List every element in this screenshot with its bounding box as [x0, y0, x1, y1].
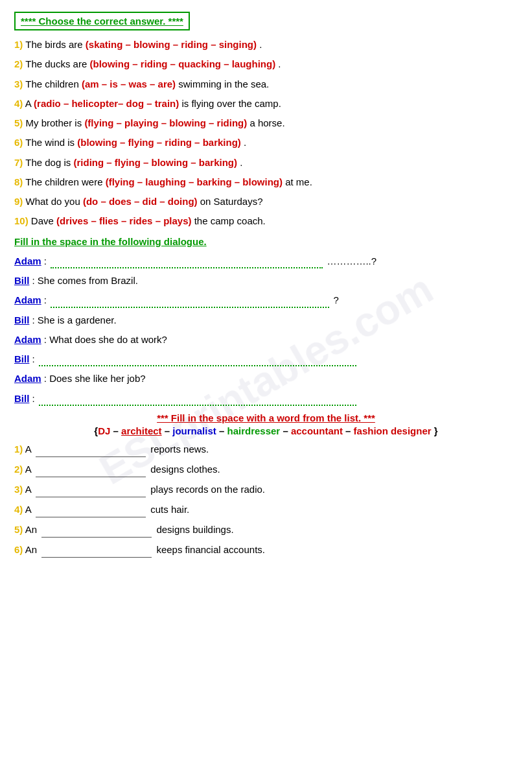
mcq-item-8: 8) The children were (flying – laughing … [14, 174, 518, 189]
choices-3: (am – is – was – are) [82, 78, 176, 89]
mcq-item-4: 4) A (radio – helicopter– dog – train) i… [14, 96, 518, 111]
num-9: 9) [14, 196, 23, 207]
text-1: The birds are [25, 39, 86, 50]
fill-title: *** Fill in the space with a word from t… [14, 412, 518, 423]
dialogue-adam-2: Adam : ? [14, 292, 518, 307]
num-2: 2) [14, 58, 23, 69]
fill-input-6[interactable] [41, 557, 152, 558]
mcq-section: 1) The birds are (skating – blowing – ri… [14, 37, 518, 229]
num-8: 8) [14, 176, 23, 187]
mcq-item-9: 9) What do you (do – does – did – doing)… [14, 194, 518, 209]
text-5: My brother is [26, 117, 85, 128]
text-7: The dog is [25, 157, 73, 168]
mcq-item-10: 10) Dave (drives – flies – rides – plays… [14, 213, 518, 228]
choices-7: (riding – flying – blowing – barking) [73, 157, 237, 168]
dialogue-adam-1: Adam : …………..? [14, 254, 518, 268]
text-6: The wind is [25, 137, 77, 148]
fill-item-1: 1) A reports news. [14, 442, 518, 457]
fill-input-5[interactable] [41, 537, 152, 538]
mcq-item-1: 1) The birds are (skating – blowing – ri… [14, 37, 518, 52]
bill-input-1[interactable] [39, 365, 356, 366]
choices-10: (drives – flies – rides – plays) [56, 215, 191, 226]
adam-input-1[interactable] [51, 267, 323, 268]
mcq-item-3: 3) The children (am – is – was – are) sw… [14, 77, 518, 91]
fill-item-2: 2) A designs clothes. [14, 462, 518, 477]
text-10: Dave [31, 215, 56, 226]
dialogue-bill-4: Bill : [14, 391, 518, 406]
dialogue-bill-1: Bill : She comes from Brazil. [14, 273, 518, 288]
num-6: 6) [14, 137, 23, 148]
fill-item-4: 4) A cuts hair. [14, 502, 518, 517]
mcq-item-7: 7) The dog is (riding – flying – blowing… [14, 155, 518, 170]
word-list: {DJ – architect – journalist – hairdress… [14, 425, 518, 436]
section-title: **** Choose the correct answer. **** [21, 16, 183, 27]
choices-4: (radio – helicopter– dog – train) [34, 98, 179, 109]
num-7: 7) [14, 157, 23, 168]
fill-input-3[interactable] [36, 497, 146, 497]
adam-input-2[interactable] [51, 307, 329, 308]
dialogue-adam-3: Adam : What does she do at work? [14, 332, 518, 347]
choices-8: (flying – laughing – barking – blowing) [106, 176, 283, 187]
num-4: 4) [14, 98, 23, 109]
fill-input-4[interactable] [36, 517, 146, 517]
choices-9: (do – does – did – doing) [83, 196, 198, 207]
dialogue-bill-3: Bill : [14, 351, 518, 366]
text-9: What do you [26, 196, 83, 207]
text-2: The ducks are [25, 58, 89, 69]
choices-5: (flying – playing – blowing – riding) [84, 117, 247, 128]
text-4: A [25, 98, 34, 109]
fill-input-2[interactable] [36, 477, 146, 477]
fill-section: *** Fill in the space with a word from t… [14, 412, 518, 558]
section-header: **** Choose the correct answer. **** [14, 12, 190, 30]
num-10: 10) [14, 215, 29, 226]
text-3: The children [25, 78, 82, 89]
dialogue-bill-2: Bill : She is a gardener. [14, 313, 518, 327]
dialogue-section: Fill in the space in the following dialo… [14, 234, 518, 406]
fill-item-3: 3) A plays records on the radio. [14, 482, 518, 497]
num-1: 1) [14, 39, 23, 50]
choices-2: (blowing – riding – quacking – laughing) [89, 58, 275, 69]
fill-item-5: 5) An designs buildings. [14, 522, 518, 538]
choices-1: (skating – blowing – riding – singing) [86, 39, 257, 50]
fill-item-6: 6) An keeps financial accounts. [14, 542, 518, 558]
dialogue-adam-4: Adam : Does she like her job? [14, 371, 518, 386]
mcq-item-2: 2) The ducks are (blowing – riding – qua… [14, 56, 518, 71]
mcq-item-5: 5) My brother is (flying – playing – blo… [14, 115, 518, 130]
num-5: 5) [14, 117, 23, 128]
dialogue-title: Fill in the space in the following dialo… [14, 234, 518, 249]
mcq-item-6: 6) The wind is (blowing – flying – ridin… [14, 135, 518, 150]
choices-6: (blowing – flying – riding – barking) [77, 137, 241, 148]
bill-input-2[interactable] [39, 405, 356, 406]
num-3: 3) [14, 78, 23, 89]
fill-input-1[interactable] [36, 456, 146, 457]
text-8: The children were [25, 176, 105, 187]
